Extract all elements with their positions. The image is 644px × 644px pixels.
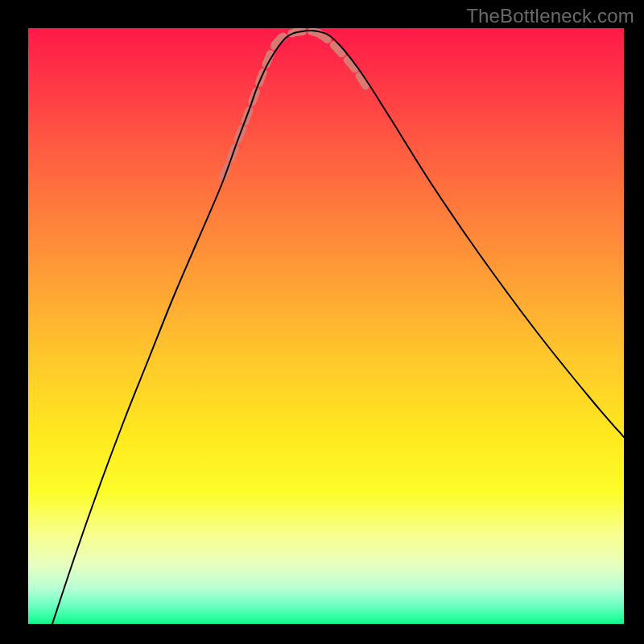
- highlight-right-slope: [318, 33, 369, 92]
- curve-layer: [28, 28, 624, 624]
- watermark-text: TheBottleneck.com: [466, 5, 634, 27]
- plot-area: [28, 28, 624, 624]
- chart-canvas: TheBottleneck.com: [0, 0, 644, 644]
- bottleneck-curve: [52, 31, 624, 624]
